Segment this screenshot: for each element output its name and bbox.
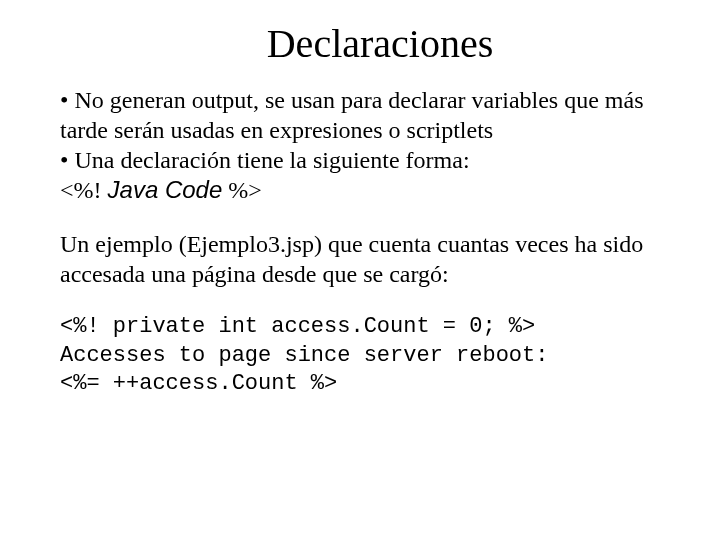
example-intro: Un ejemplo (Ejemplo3.jsp) que cuenta cua… bbox=[60, 229, 660, 289]
code-line-2: Accesses to page since server reboot: bbox=[60, 343, 548, 368]
bullet-1: • No generan output, se usan para declar… bbox=[60, 85, 660, 145]
decl-open: <%! bbox=[60, 177, 108, 203]
bullet-2: • Una declaración tiene la siguiente for… bbox=[60, 145, 660, 175]
slide-body: • No generan output, se usan para declar… bbox=[60, 85, 660, 399]
code-line-1: <%! private int access.Count = 0; %> bbox=[60, 314, 535, 339]
code-line-3: <%= ++access.Count %> bbox=[60, 371, 337, 396]
slide-title: Declaraciones bbox=[60, 20, 660, 67]
declaration-syntax: <%! Java Code %> bbox=[60, 175, 660, 205]
decl-java-code: Java Code bbox=[108, 176, 223, 203]
slide: Declaraciones • No generan output, se us… bbox=[0, 0, 720, 540]
decl-close: %> bbox=[222, 177, 262, 203]
bullet-block: • No generan output, se usan para declar… bbox=[60, 85, 660, 205]
code-block: <%! private int access.Count = 0; %> Acc… bbox=[60, 313, 660, 399]
